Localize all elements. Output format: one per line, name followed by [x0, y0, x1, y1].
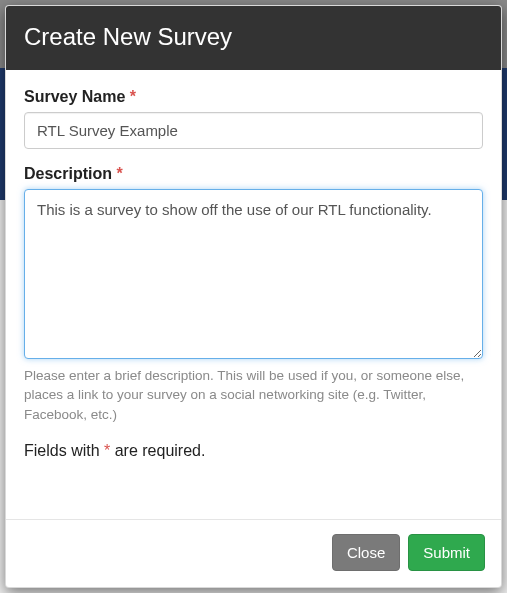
description-label: Description * — [24, 165, 483, 183]
description-label-text: Description — [24, 165, 112, 182]
survey-name-label: Survey Name * — [24, 88, 483, 106]
survey-name-input[interactable] — [24, 112, 483, 149]
required-asterisk: * — [130, 88, 136, 105]
description-help-text: Please enter a brief description. This w… — [24, 366, 483, 425]
description-group: Description * Please enter a brief descr… — [24, 165, 483, 425]
modal-header: Create New Survey — [6, 6, 501, 70]
survey-name-group: Survey Name * — [24, 88, 483, 149]
submit-button[interactable]: Submit — [408, 534, 485, 572]
survey-name-label-text: Survey Name — [24, 88, 125, 105]
required-note-suffix: are required. — [110, 442, 205, 459]
create-survey-modal: Create New Survey Survey Name * Descript… — [5, 5, 502, 588]
close-button[interactable]: Close — [332, 534, 400, 572]
required-fields-note: Fields with * are required. — [24, 442, 483, 460]
modal-title: Create New Survey — [24, 23, 483, 52]
modal-body: Survey Name * Description * Please enter… — [6, 70, 501, 519]
required-asterisk: * — [116, 165, 122, 182]
required-note-prefix: Fields with — [24, 442, 104, 459]
modal-footer: Close Submit — [6, 519, 501, 588]
description-textarea[interactable] — [24, 189, 483, 359]
